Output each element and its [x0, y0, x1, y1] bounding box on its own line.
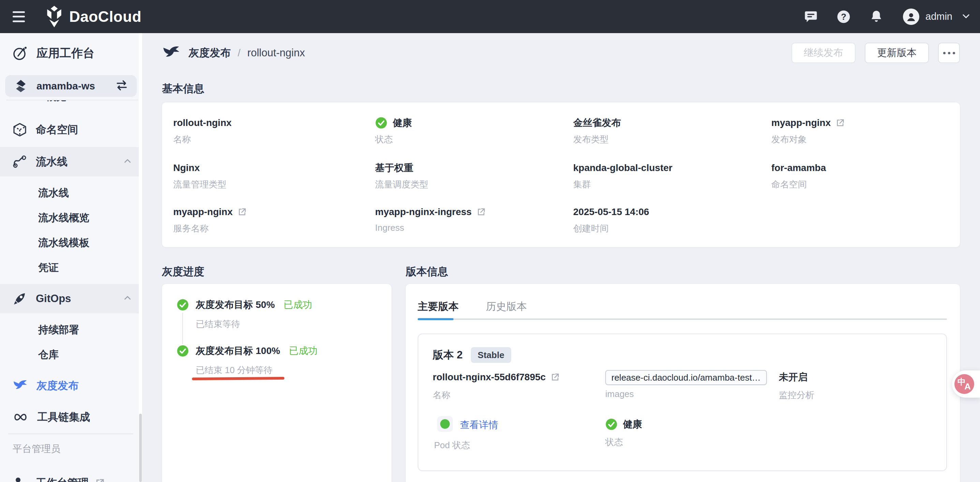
sidebar-item-pipeline[interactable]: 流水线 — [0, 180, 142, 206]
notification-bell-icon[interactable] — [869, 9, 884, 24]
step-2: 灰度发布目标 100% 已成功 — [196, 345, 317, 357]
field-label: 流量调度类型 — [375, 179, 428, 190]
product-title: 应用工作台 — [13, 45, 94, 61]
field-value: myapp-nginx — [771, 117, 845, 129]
basic-info-card: rollout-nginx 名称 健康 状态 金丝雀发布 发布类型 myapp-… — [162, 102, 960, 247]
images-value-box[interactable]: release-ci.daocloud.io/amamba-test… — [605, 370, 767, 385]
breadcrumb-parent[interactable]: 灰度发布 — [189, 46, 231, 60]
field-value: Nginx — [173, 161, 226, 174]
tab-main-version[interactable]: 主要版本 — [418, 300, 459, 314]
tab-track — [418, 319, 947, 320]
external-link-icon[interactable] — [550, 372, 560, 382]
step-title: 灰度发布目标 50% — [196, 298, 275, 311]
sidebar-item-namespace[interactable]: 命名空间 — [0, 115, 142, 144]
field-value: rollout-nginx-55d6f7895c — [433, 371, 560, 384]
version-detail-card: 版本 2 Stable rollout-nginx-55d6f7895c 名称 … — [418, 334, 947, 471]
field-value: kpanda-global-cluster — [573, 161, 673, 174]
field-value: 2025-05-15 14:06 — [573, 206, 649, 219]
topbar-right: ? admin — [786, 8, 971, 25]
translate-icon[interactable]: 中 A — [955, 374, 974, 394]
external-link-icon[interactable] — [237, 207, 247, 217]
stable-badge: Stable — [471, 347, 511, 363]
breadcrumb: 灰度发布 / rollout-nginx — [162, 41, 305, 65]
field-value: 未开启 — [779, 371, 814, 384]
progress-title: 灰度进度 — [162, 265, 204, 279]
cube-icon — [13, 123, 27, 137]
step-check-circle-icon — [177, 345, 189, 357]
tab-history-version[interactable]: 历史版本 — [486, 300, 527, 314]
view-details-link[interactable]: 查看详情 — [460, 418, 498, 431]
infinity-icon — [13, 410, 28, 424]
sidebar-item-continuous-deploy[interactable]: 持续部署 — [0, 318, 142, 342]
external-link-icon[interactable] — [835, 118, 845, 128]
scrollbar-thumb[interactable] — [139, 414, 142, 482]
workspace-selector[interactable]: amamba-ws — [5, 75, 137, 97]
sidebar-item-workbench-admin[interactable]: 工作台管理 — [0, 468, 142, 482]
sidebar-item-toolchain[interactable]: 工具链集成 — [0, 402, 142, 432]
top-bar: DaoCloud ? admin — [0, 0, 980, 33]
sidebar-item-gray-release[interactable]: 灰度发布 — [0, 371, 142, 401]
app-window: DaoCloud ? admin 概览 — [0, 0, 980, 482]
sidebar-scrollbar[interactable] — [139, 33, 142, 482]
step-status: 已成功 — [284, 298, 312, 311]
chevron-down-icon[interactable] — [961, 11, 971, 22]
sidebar-item-pipeline-overview[interactable]: 流水线概览 — [0, 206, 142, 230]
sidebar-item-label: 工具链集成 — [37, 410, 90, 424]
field-value: myapp-nginx-ingress — [375, 206, 486, 219]
hamburger-menu-icon[interactable] — [13, 11, 25, 22]
sidebar-item-label: 灰度发布 — [37, 378, 79, 393]
field-label: 命名空间 — [771, 179, 826, 190]
ellipsis-icon — [943, 52, 945, 54]
version-tabs: 主要版本 历史版本 — [418, 300, 527, 314]
chevron-up-icon[interactable] — [123, 294, 132, 304]
field-label: 名称 — [433, 389, 560, 401]
field-label: 流量管理类型 — [173, 179, 226, 190]
sidebar-divider — [8, 434, 133, 434]
step-detail: 已结束等待 — [196, 318, 240, 330]
page-actions: 继续发布 更新版本 — [791, 43, 960, 63]
help-icon[interactable]: ? — [836, 9, 851, 24]
check-circle-icon — [375, 117, 387, 129]
sidebar-item-credentials[interactable]: 凭证 — [0, 255, 142, 280]
chevron-up-icon[interactable] — [123, 157, 132, 167]
field-label: 服务名称 — [173, 223, 247, 235]
sidebar-item-label: 工作台管理 — [36, 476, 89, 482]
workspace-icon — [14, 79, 28, 93]
timeline-connector — [182, 313, 183, 344]
versions-card: 主要版本 历史版本 版本 2 Stable rollout-nginx-55d6… — [406, 284, 960, 482]
step-detail: 已结束 10 分钟等待 — [196, 364, 272, 376]
user-avatar[interactable] — [903, 8, 919, 25]
sidebar-pinned-header: 应用工作台 amamba-ws — [0, 33, 142, 100]
field-label: Pod 状态 — [434, 439, 470, 451]
sidebar-group-label: 流水线 — [36, 155, 67, 169]
sidebar-group-pipeline[interactable]: 流水线 — [0, 147, 142, 177]
brand-name: DaoCloud — [69, 8, 142, 25]
translate-fab[interactable]: 中 A — [952, 370, 980, 398]
sidebar-group-gitops[interactable]: GitOps — [0, 284, 142, 313]
main-content: 灰度发布 / rollout-nginx 继续发布 更新版本 基本信息 roll… — [142, 33, 980, 482]
versions-title: 版本信息 — [406, 265, 448, 279]
update-version-button[interactable]: 更新版本 — [865, 43, 929, 63]
external-link-icon — [95, 478, 105, 482]
sidebar-item-pipeline-template[interactable]: 流水线模板 — [0, 230, 142, 255]
switch-workspace-icon[interactable] — [116, 80, 128, 92]
field-value: 健康 — [605, 418, 642, 431]
field-label: Ingress — [375, 223, 486, 233]
svg-text:?: ? — [841, 12, 846, 21]
brand-logo[interactable]: DaoCloud — [45, 5, 142, 28]
field-value: for-amamba — [771, 161, 826, 174]
version-title: 版本 2 — [433, 348, 463, 362]
field-value: rollout-nginx — [173, 117, 232, 129]
pod-status-chip — [437, 416, 453, 432]
field-value: myapp-nginx — [173, 206, 247, 219]
message-icon[interactable] — [803, 9, 818, 24]
sidebar-item-repository[interactable]: 仓库 — [0, 342, 142, 367]
external-link-icon[interactable] — [476, 207, 486, 217]
canary-bird-icon — [13, 379, 28, 393]
more-actions-button[interactable] — [938, 43, 960, 63]
basic-info-title: 基本信息 — [162, 81, 204, 96]
continue-release-button[interactable]: 继续发布 — [791, 43, 856, 63]
daocloud-logo-icon — [45, 5, 64, 28]
field-label: 创建时间 — [573, 223, 649, 235]
sidebar-group-label: GitOps — [36, 292, 71, 305]
